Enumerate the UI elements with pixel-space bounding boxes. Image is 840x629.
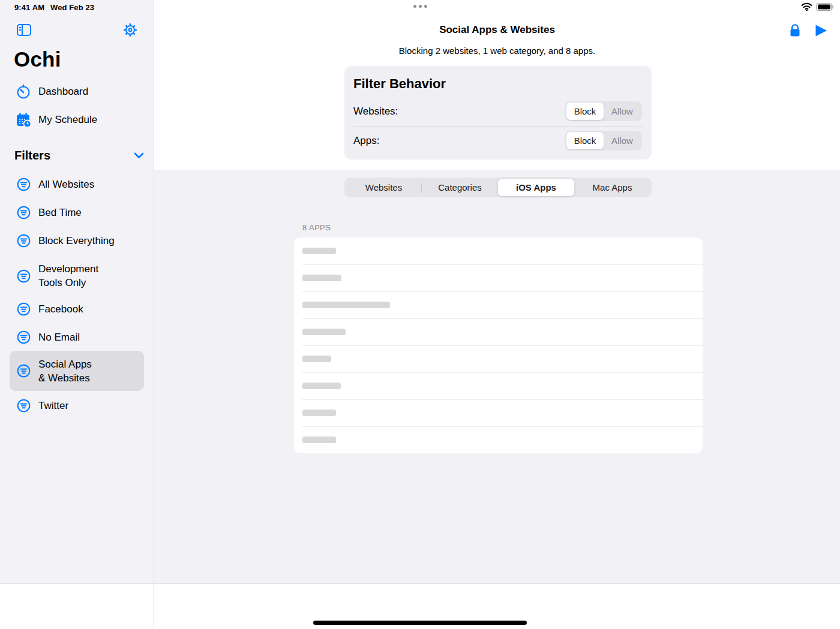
tab-ios-apps[interactable]: iOS Apps	[498, 179, 574, 196]
status-time: 9:41 AM	[14, 3, 44, 12]
battery-full-icon	[816, 2, 835, 14]
filter-lines-icon	[17, 234, 31, 248]
filter-lines-icon	[17, 269, 31, 283]
apps-block-allow-control: Block Allow	[565, 131, 642, 151]
sidebar-filter-block-everything[interactable]: Block Everything	[10, 231, 144, 249]
app-list-row[interactable]	[294, 372, 703, 399]
filter-label: All Websites	[38, 177, 94, 191]
apps-allow-button[interactable]: Allow	[604, 132, 641, 149]
filters-header-label: Filters	[14, 149, 50, 162]
sidebar-filter-no-email[interactable]: No Email	[10, 328, 144, 346]
websites-block-allow-control: Block Allow	[565, 101, 642, 121]
filter-lines-icon	[17, 330, 31, 344]
filter-label: Block Everything	[38, 234, 115, 248]
redacted-app-name	[302, 383, 341, 389]
sidebar-item-label: My Schedule	[38, 114, 97, 126]
tab-separator	[421, 183, 422, 192]
sidebar-filter-facebook[interactable]: Facebook	[10, 300, 144, 318]
app-list-row[interactable]	[294, 291, 703, 318]
sidebar-filter-twitter[interactable]: Twitter	[10, 396, 144, 414]
app-list-row[interactable]	[294, 426, 703, 453]
app-list-row[interactable]	[294, 237, 703, 264]
redacted-app-name	[302, 302, 390, 308]
ochi-app-window: 9:41 AMWed Feb 23 Ochi	[0, 0, 840, 629]
sidebar-filter-social-apps-websites-selected[interactable]: Social Apps & Websites	[10, 351, 144, 391]
apps-row-label: Apps:	[353, 135, 379, 147]
app-list-row[interactable]	[294, 345, 703, 372]
websites-row-label: Websites:	[353, 106, 398, 118]
websites-block-button[interactable]: Block	[566, 103, 604, 120]
filter-behavior-title: Filter Behavior	[353, 76, 446, 92]
filter-label: No Email	[38, 330, 80, 344]
status-date: Wed Feb 23	[50, 3, 94, 12]
filter-label: Social Apps & Websites	[38, 357, 92, 385]
wifi-icon	[801, 2, 812, 14]
ios-app-list	[294, 237, 703, 453]
app-list-row[interactable]	[294, 399, 703, 426]
page-title: Social Apps & Websites	[154, 24, 840, 36]
status-icons	[801, 2, 835, 14]
redacted-app-name	[302, 410, 336, 416]
chevron-down-icon[interactable]	[134, 151, 144, 161]
row-divider	[353, 126, 643, 127]
filter-lines-icon	[17, 399, 31, 413]
filter-label: Twitter	[38, 399, 68, 413]
lock-icon[interactable]	[787, 23, 803, 38]
filter-lines-icon	[17, 302, 31, 316]
home-indicator[interactable]	[313, 621, 527, 625]
filter-lines-icon	[17, 206, 31, 219]
window-drag-handle-dots-icon[interactable]	[413, 5, 427, 8]
sidebar-filter-development-tools-only[interactable]: Development Tools Only	[10, 260, 144, 291]
app-count-label: 8 APPS	[302, 223, 331, 232]
page-subtitle: Blocking 2 websites, 1 web category, and…	[154, 46, 840, 56]
content-tabs: Websites Categories iOS Apps Mac Apps	[344, 177, 652, 197]
app-list-row[interactable]	[294, 318, 703, 345]
redacted-app-name	[302, 437, 336, 443]
filters-section-header[interactable]: Filters	[14, 149, 144, 162]
settings-gear-icon[interactable]	[122, 22, 139, 38]
sidebar-item-label: Dashboard	[38, 86, 88, 98]
sidebar-item-my-schedule[interactable]: My Schedule	[10, 111, 144, 129]
websites-allow-button[interactable]: Allow	[604, 103, 641, 120]
filter-lines-icon	[17, 364, 31, 378]
play-icon[interactable]	[813, 23, 829, 38]
sidebar-toggle-icon[interactable]	[16, 22, 32, 38]
calendar-clock-icon	[16, 112, 31, 128]
tab-websites[interactable]: Websites	[346, 179, 422, 196]
filter-label: Bed Time	[38, 206, 82, 219]
filter-lines-icon	[17, 177, 31, 191]
filter-behavior-card: Filter Behavior Websites: Block Allow Ap…	[344, 66, 652, 159]
sidebar: 9:41 AMWed Feb 23 Ochi	[0, 0, 154, 583]
status-time-date: 9:41 AMWed Feb 23	[14, 3, 100, 12]
sidebar-filter-bed-time[interactable]: Bed Time	[10, 203, 144, 221]
filter-label: Development Tools Only	[38, 262, 98, 290]
main-panel: Social Apps & Websites Blocking 2 websit…	[154, 0, 840, 629]
redacted-app-name	[302, 275, 341, 281]
tab-categories[interactable]: Categories	[422, 179, 498, 196]
timer-icon	[16, 84, 31, 100]
apps-block-button[interactable]: Block	[566, 132, 604, 149]
redacted-app-name	[302, 248, 336, 254]
app-list-row[interactable]	[294, 264, 703, 291]
sidebar-divider	[154, 0, 154, 629]
sidebar-filter-all-websites[interactable]: All Websites	[10, 175, 144, 193]
redacted-app-name	[302, 356, 331, 362]
redacted-app-name	[302, 329, 346, 335]
filter-label: Facebook	[38, 302, 83, 316]
sidebar-item-dashboard[interactable]: Dashboard	[10, 83, 144, 101]
tab-mac-apps[interactable]: Mac Apps	[574, 179, 650, 196]
app-title: Ochi	[14, 47, 61, 71]
